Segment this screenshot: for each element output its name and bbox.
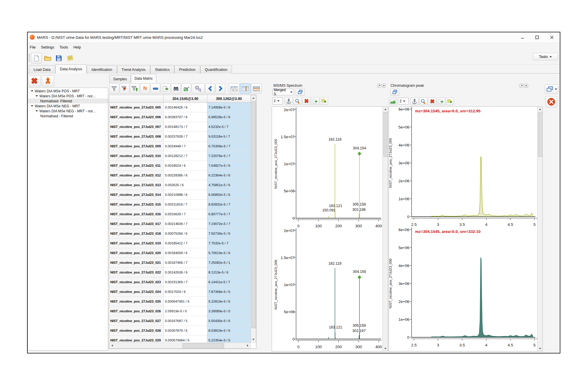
chrom-add-note-button[interactable]: [446, 97, 454, 105]
table-row[interactable]: NIST_nicotine_pos_27Jul23_0180.00075266 …: [109, 229, 256, 238]
view-table-rows-button[interactable]: [251, 84, 262, 94]
table-row[interactable]: NIST_nicotine_pos_27Jul23_0190.00185412 …: [109, 238, 256, 248]
tab-identification[interactable]: Identification: [87, 66, 117, 74]
table-row[interactable]: NIST_nicotine_pos_27Jul23_0110.0018524 /…: [109, 161, 256, 171]
normalise-button[interactable]: N: [140, 84, 150, 94]
menu-item-help[interactable]: Help: [71, 44, 84, 51]
msms-cascade-button[interactable]: [296, 88, 305, 96]
header-feature-column-1[interactable]: 304.1545@3.90: [164, 95, 207, 103]
open-file-button[interactable]: [42, 53, 53, 64]
msms-scroll-thumb[interactable]: [383, 112, 388, 157]
view-table-cells-button[interactable]: [229, 84, 239, 94]
chrom-zoom-button[interactable]: [419, 97, 427, 105]
table-row[interactable]: NIST_nicotine_pos_27Jul23_0270.00167687 …: [109, 316, 256, 326]
hscroll-thumb[interactable]: [182, 343, 224, 348]
msms-scrollbar[interactable]: [382, 107, 388, 351]
table-row[interactable]: NIST_nicotine_pos_27Jul23_0200.00184009 …: [109, 248, 256, 258]
header-sample-column[interactable]: [109, 95, 164, 103]
minimize-button[interactable]: [518, 34, 527, 41]
table-row[interactable]: NIST_nicotine_pos_27Jul23_0240.0017029 /…: [109, 287, 256, 297]
msms-count-dropdown[interactable]: 2: [272, 97, 283, 104]
chrom-chart-button[interactable]: [389, 97, 397, 105]
tree-expand-icon[interactable]: [36, 95, 38, 98]
chrom-scroll-thumb[interactable]: [538, 112, 543, 157]
tab-samples[interactable]: Samples: [109, 75, 131, 83]
chrom-delete-button[interactable]: [428, 97, 436, 105]
tab-trend-analysis[interactable]: Trend Analysis: [117, 66, 151, 74]
vscroll-thumb[interactable]: [251, 101, 256, 328]
table-row[interactable]: NIST_nicotine_pos_27Jul23_0280.00307879 …: [109, 326, 256, 336]
tab-data-matrix[interactable]: Data Matrix: [131, 74, 156, 83]
table-row[interactable]: NIST_nicotine_pos_27Jul23_0060.00283707 …: [109, 112, 256, 122]
chrom-anchor-button[interactable]: [410, 97, 419, 105]
tree-item[interactable]: Normalised- Filtered: [28, 99, 108, 104]
tree-expand-icon[interactable]: [36, 110, 38, 113]
find-button[interactable]: [171, 84, 181, 94]
export-table-button[interactable]: [161, 84, 171, 94]
chrom-scrollbar[interactable]: [537, 107, 542, 351]
tab-quantification[interactable]: Quantification: [200, 66, 232, 74]
table-row[interactable]: NIST_nicotine_pos_27Jul23_0120.00228385 …: [109, 171, 256, 180]
new-file-button[interactable]: [31, 53, 42, 64]
msms-scroll-down-arrow[interactable]: [383, 346, 388, 351]
chrom-count-dropdown[interactable]: 2: [398, 98, 409, 105]
table-row[interactable]: NIST_nicotine_pos_27Jul23_0262.09919e-5 …: [109, 306, 256, 316]
tree-item[interactable]: Waters DIA MSe POS - MRT: [28, 89, 108, 94]
chrom-cascade-button[interactable]: [390, 88, 399, 96]
msms-close-icon[interactable]: [382, 84, 386, 88]
chrom-scroll-up-arrow[interactable]: [538, 107, 542, 111]
table-row[interactable]: NIST_nicotine_pos_27Jul23_0070.00148173 …: [109, 122, 256, 132]
close-views-button[interactable]: [545, 96, 557, 107]
hscroll-left-arrow[interactable]: [109, 343, 115, 348]
tasks-dropdown[interactable]: Tasks: [533, 53, 558, 60]
chrom-float-icon[interactable]: [519, 84, 523, 88]
table-row[interactable]: NIST_nicotine_pos_27Jul23_0210.00187456 …: [109, 258, 256, 268]
chrom-scroll-down-arrow[interactable]: [538, 346, 542, 351]
table-row[interactable]: NIST_nicotine_pos_27Jul23_0130.002625 / …: [109, 180, 256, 190]
view-table-columns-button[interactable]: [240, 84, 250, 94]
hscroll-right-arrow[interactable]: [245, 343, 250, 348]
maximize-button[interactable]: [533, 34, 542, 41]
menu-item-tools[interactable]: Tools: [57, 44, 71, 51]
table-row[interactable]: NIST_nicotine_pos_27Jul23_0100.00128212 …: [109, 151, 256, 161]
notes-button[interactable]: [65, 53, 75, 64]
msms-add-note-button[interactable]: [320, 97, 328, 105]
msms-export-button[interactable]: [311, 97, 319, 105]
save-button[interactable]: [54, 53, 64, 64]
tab-prediction[interactable]: Prediction: [174, 66, 200, 74]
tree-expand-icon[interactable]: [31, 105, 33, 108]
settings-gears-button[interactable]: [192, 84, 205, 94]
vscroll-down-arrow[interactable]: [251, 337, 256, 342]
msms-merged-dropdown[interactable]: Merged S: [272, 89, 294, 95]
filter-button[interactable]: [109, 84, 119, 94]
msms-float-icon[interactable]: [377, 84, 381, 88]
table-row[interactable]: NIST_nicotine_pos_27Jul23_0090.0024948 /…: [109, 141, 256, 151]
tree-item[interactable]: Normalised - Filtered: [28, 114, 108, 119]
panel-layout-dropdown[interactable]: [545, 84, 558, 94]
subtract-button[interactable]: [151, 84, 160, 94]
table-row[interactable]: NIST_nicotine_pos_27Jul23_0250.000947991…: [109, 297, 256, 306]
tab-load-data[interactable]: Load Data: [29, 66, 55, 74]
msms-anchor-button[interactable]: [285, 97, 293, 105]
remove-filter-button[interactable]: [120, 84, 129, 94]
table-row[interactable]: NIST_nicotine_pos_27Jul23_0290.000579684…: [109, 336, 256, 343]
table-row[interactable]: NIST_nicotine_pos_27Jul23_0150.00211818 …: [109, 200, 256, 209]
table-row[interactable]: NIST_nicotine_pos_27Jul23_0080.00237928 …: [109, 132, 256, 141]
tree-item[interactable]: Waters DIA MSe NEG - MRT: [28, 104, 108, 109]
vscroll-up-arrow[interactable]: [251, 95, 256, 101]
close-button[interactable]: [547, 34, 556, 41]
chrom-close-icon[interactable]: [524, 84, 528, 88]
table-row[interactable]: NIST_nicotine_pos_27Jul23_0170.00214609 …: [109, 219, 256, 229]
tab-statistics[interactable]: Statistics: [150, 66, 174, 74]
header-feature-column-2[interactable]: 399.1262@3.90: [207, 95, 251, 103]
table-horizontal-scrollbar[interactable]: [109, 343, 251, 348]
next-button[interactable]: [216, 84, 225, 94]
msms-scroll-up-arrow[interactable]: [383, 107, 388, 111]
table-row[interactable]: NIST_nicotine_pos_27Jul23_0230.00191369 …: [109, 277, 256, 287]
msms-zoom-button[interactable]: [293, 97, 302, 105]
table-row[interactable]: NIST_nicotine_pos_27Jul23_0050.00146425 …: [109, 103, 256, 112]
merge-datasets-button[interactable]: [42, 75, 54, 86]
tree-item[interactable]: Waters DIA MSe POS - MRT - nor...: [28, 94, 108, 99]
tab-data-analysis[interactable]: Data Analysis: [55, 64, 87, 74]
tree-expand-icon[interactable]: [31, 90, 33, 93]
